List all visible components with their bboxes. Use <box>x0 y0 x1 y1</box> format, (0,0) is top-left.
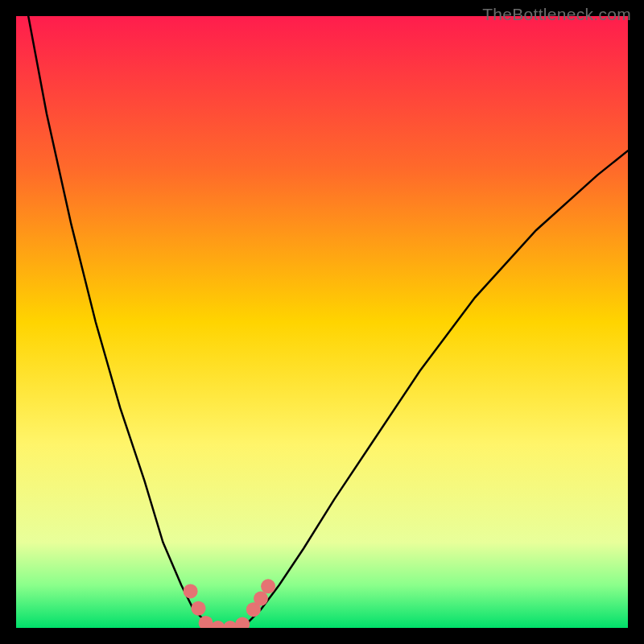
marker-point <box>191 601 205 616</box>
marker-point <box>184 584 198 598</box>
marker-point <box>254 592 268 606</box>
watermark-text: TheBottleneck.com <box>482 5 631 24</box>
marker-point <box>261 579 275 593</box>
chart-container <box>16 16 628 628</box>
chart-background <box>16 16 628 628</box>
chart-svg <box>16 16 628 628</box>
